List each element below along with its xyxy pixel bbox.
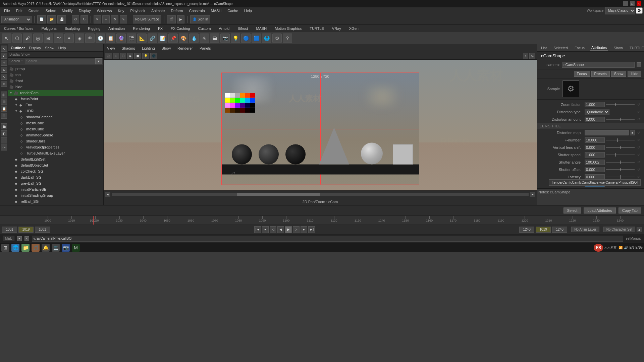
menu-display[interactable]: Display: [76, 8, 94, 13]
search-button[interactable]: ▼: [95, 58, 102, 64]
module-turtle[interactable]: TURTLE: [307, 26, 327, 31]
search-input[interactable]: [25, 59, 95, 64]
bridge-tool[interactable]: ⌒: [1, 137, 7, 143]
xgen-btn[interactable]: ✳: [200, 34, 209, 43]
extrude-tool[interactable]: ◧: [1, 130, 7, 136]
module-rigging[interactable]: Rigging: [85, 26, 103, 31]
vp-smooth-btn[interactable]: ◉: [127, 53, 133, 59]
scale-tool-btn[interactable]: ⤡: [120, 15, 127, 23]
outliner-item-defaultobjectset[interactable]: ◆ defaultObjectSet: [8, 162, 103, 168]
color-cell[interactable]: [245, 108, 250, 113]
outliner-item-colcheck[interactable]: ◆ colCheck_SG: [8, 168, 103, 174]
prop-zoom-factor-reset[interactable]: ↺: [636, 102, 641, 107]
outliner-item-initialparticle[interactable]: ◆ initialParticleSE: [8, 186, 103, 192]
prop-shutter-offset-reset[interactable]: ↺: [636, 167, 641, 172]
color-cell[interactable]: [245, 103, 250, 108]
scale-tool[interactable]: ⤡: [1, 74, 7, 80]
cmd-record-btn[interactable]: ●: [17, 236, 22, 241]
frame-start-input[interactable]: [2, 227, 17, 233]
color-cell[interactable]: [230, 98, 235, 103]
prop-vertical-lens-shift-reset[interactable]: ↺: [636, 145, 641, 150]
prop-shutter-offset-input[interactable]: [585, 167, 605, 172]
outliner-item-shadowcatcher-sg[interactable]: ◆ shadowCatcher_SG: [8, 204, 103, 205]
paint-tool[interactable]: 🖌: [1, 53, 7, 59]
viewport-area[interactable]: 人人素材 RRCG RRCG 1280 x 720: [104, 60, 537, 198]
color-cell[interactable]: [245, 93, 250, 98]
prop-zoom-factor-input[interactable]: [585, 102, 605, 107]
outliner-item-hdri[interactable]: ▼ ◆ HDRI: [8, 108, 103, 114]
color-cell[interactable]: [235, 98, 240, 103]
lasso-icon-btn[interactable]: ⬠: [12, 34, 22, 43]
redo-btn[interactable]: ↻: [80, 15, 88, 23]
outliner-display-menu[interactable]: Display: [29, 46, 41, 50]
outliner-item-rendercam[interactable]: ▼ 🎥 renderCam: [8, 90, 103, 96]
attr-editor-tool[interactable]: 📋: [1, 106, 7, 112]
outliner-item-shaderballs[interactable]: ◇ shaderBalls: [8, 138, 103, 144]
prop-distortion-amount-reset[interactable]: ↺: [636, 117, 641, 122]
color-cell[interactable]: [235, 103, 240, 108]
curve-tool[interactable]: 〜: [1, 144, 7, 150]
snap-curve-btn[interactable]: 〜: [54, 34, 63, 43]
snap-grid-btn[interactable]: ⊞: [44, 34, 53, 43]
menu-select[interactable]: Select: [43, 8, 59, 13]
vp-show-menu[interactable]: Show: [160, 46, 173, 51]
prev-frame-btn[interactable]: ◄: [262, 226, 269, 233]
color-cell[interactable]: [230, 103, 235, 108]
frame-current-left2-input[interactable]: [35, 227, 50, 233]
frame-end-right-input[interactable]: [519, 227, 534, 233]
outliner-item-darkball[interactable]: ◆ darkBall_SG: [8, 174, 103, 180]
env-btn[interactable]: 🌐: [262, 34, 271, 43]
show-button[interactable]: Show: [611, 71, 627, 77]
taskbar-media-btn[interactable]: 🎵: [32, 244, 40, 252]
menu-mash[interactable]: MASH: [208, 8, 224, 13]
scroll-track[interactable]: [112, 193, 529, 196]
color-cell[interactable]: [225, 93, 230, 98]
outliner-item-front[interactable]: 🎥 front: [8, 78, 103, 84]
prop-f-number-input[interactable]: [585, 137, 605, 143]
color-cell[interactable]: [240, 103, 245, 108]
maximize-button[interactable]: □: [630, 1, 635, 6]
prop-distortion-amount-slider[interactable]: [606, 119, 635, 120]
taskbar-mail-btn[interactable]: 🔔: [42, 244, 50, 252]
tab-turtle[interactable]: TURTLE: [628, 45, 644, 51]
snap-point-btn[interactable]: ✦: [64, 34, 74, 43]
tab-show[interactable]: Show: [612, 45, 624, 51]
color-cell[interactable]: [235, 93, 240, 98]
module-fx-caching[interactable]: FX Caching: [168, 26, 193, 31]
prop-distortion-map-btn[interactable]: ◈: [630, 130, 635, 135]
cmd-input[interactable]: [32, 236, 623, 242]
color-cell[interactable]: [225, 103, 230, 108]
select-icon-btn[interactable]: ↖: [2, 34, 11, 43]
color-cell[interactable]: [245, 98, 250, 103]
color-cell[interactable]: [240, 98, 245, 103]
history-btn[interactable]: 🕐: [96, 34, 105, 43]
move-tool[interactable]: ✛: [1, 60, 7, 66]
outliner-item-env[interactable]: ▼ ◆ Env: [8, 102, 103, 108]
next-key-btn[interactable]: ▷: [293, 226, 300, 233]
prop-shutter-speed-input[interactable]: [585, 152, 605, 158]
camera-select-btn[interactable]: 🎥: [105, 53, 112, 59]
texture-btn[interactable]: 🟦: [252, 34, 261, 43]
color-cell[interactable]: [230, 108, 235, 113]
tab-list[interactable]: List: [540, 45, 548, 51]
prev-key-btn[interactable]: ◁: [270, 226, 276, 233]
vp-xray-btn[interactable]: X: [523, 53, 528, 59]
prop-latency-input[interactable]: [585, 174, 605, 180]
script-editor-btn[interactable]: 📝: [158, 34, 167, 43]
vp-grid-btn[interactable]: ⊞: [113, 53, 119, 59]
color-cell[interactable]: [250, 103, 255, 108]
select-tool-btn[interactable]: ↖: [94, 15, 101, 23]
taskbar-terminal-btn[interactable]: 💻: [52, 244, 60, 252]
prop-f-number-reset[interactable]: ↺: [636, 137, 641, 143]
taskbar-maya-btn[interactable]: M: [72, 244, 80, 252]
outliner-item-top[interactable]: 🎥 top: [8, 72, 103, 78]
undo-btn[interactable]: ↺: [72, 15, 79, 23]
color-cell[interactable]: [235, 108, 240, 113]
outliner-item-meshcube[interactable]: ◇ meshCube: [8, 126, 103, 132]
prop-shutter-angle-reset[interactable]: ↺: [636, 160, 641, 165]
outliner-item-hide[interactable]: 🎥 hide: [8, 84, 103, 90]
prop-distortion-type-select[interactable]: Quadratic Cubic: [585, 109, 609, 115]
snap-surface-btn[interactable]: ◈: [75, 34, 84, 43]
frame-end-right2-input[interactable]: [552, 227, 567, 233]
help-icon-btn[interactable]: ?: [283, 34, 292, 43]
